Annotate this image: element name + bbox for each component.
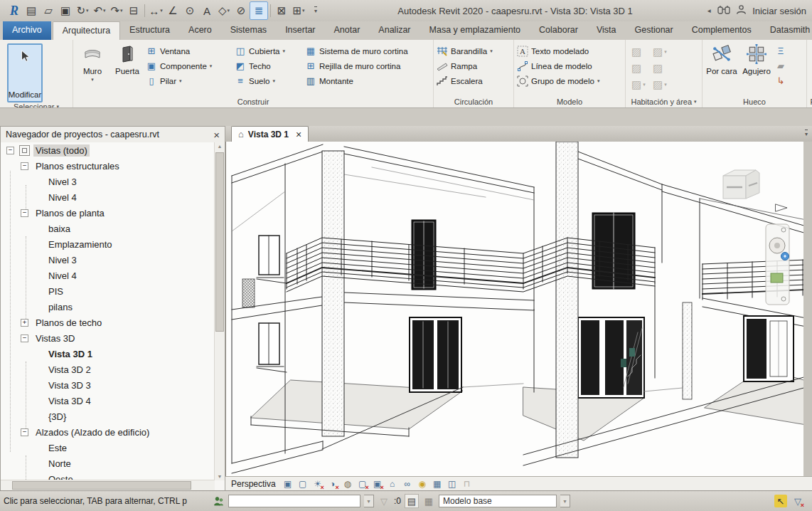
close-view-icon[interactable]: × (296, 129, 301, 140)
collapse-minus-icon[interactable]: − (21, 428, 28, 436)
ribbon-button-puerta[interactable]: Puerta (111, 42, 144, 76)
tree-item-alzadosalzadodeedificio[interactable]: −Alzados (Alzado de edificio) (1, 424, 215, 440)
ribbon-button-rejilla-de-muro-cortina[interactable]: ⊞Rejilla de muro cortina (305, 59, 430, 73)
sign-in-label[interactable]: Iniciar sesión (752, 6, 806, 16)
ribbon-button-area-boundary-icon[interactable]: ▨▾ (631, 76, 653, 93)
worksets-people-icon[interactable] (212, 495, 225, 507)
customize-qat-icon[interactable]: ▾ (307, 2, 324, 19)
ribbon-button-suelo[interactable]: ≡Suelo▾ (235, 74, 303, 88)
ribbon-tab-arquitectura[interactable]: Arquitectura (53, 21, 120, 40)
browser-vertical-scrollbar[interactable]: ▲ ▼ (214, 142, 225, 480)
tree-item-nivel4[interactable]: Nivel 4 (1, 268, 215, 283)
expand-plus-icon[interactable]: + (21, 319, 28, 327)
tree-item-nivel4[interactable]: Nivel 4 (1, 189, 215, 205)
workset-dropdown-icon[interactable]: ▼ (364, 495, 374, 507)
crop-region-icon[interactable]: ▣× (371, 478, 384, 490)
tree-item-este[interactable]: Este (1, 440, 215, 455)
panel-label[interactable]: Hueco (703, 95, 806, 107)
collapse-arrow-icon[interactable]: ◄ (706, 8, 712, 14)
ribbon-button-montante[interactable]: ▥Montante (305, 74, 430, 88)
redo-icon[interactable]: ↷▾ (108, 2, 125, 19)
tree-item-planosestructurales[interactable]: −Planos estructurales (1, 158, 215, 174)
ribbon-tab-insertar[interactable]: Insertar (276, 21, 324, 40)
browser-horizontal-scrollbar[interactable] (1, 480, 215, 490)
selection-toggle-icon[interactable]: ↖ (774, 495, 787, 507)
ribbon-tab-sistemas[interactable]: Sistemas (221, 21, 276, 40)
ribbon-button-agujero[interactable]: Agujero (740, 42, 773, 76)
ribbon-tab-acero[interactable]: Acero (179, 21, 221, 40)
active-workset-combo[interactable] (228, 495, 360, 507)
tree-item-pilans[interactable]: pilans (1, 299, 215, 315)
crop-view-icon[interactable]: ▢× (356, 478, 369, 490)
ribbon-button-room-icon[interactable]: ▨ (631, 43, 653, 60)
tree-item-planosdetecho[interactable]: +Planos de techo (1, 315, 215, 330)
ribbon-tab-vista[interactable]: Vista (587, 21, 626, 40)
ribbon-button-wall-opening-icon[interactable]: Ξ (775, 44, 786, 58)
ribbon-tab-analizar[interactable]: Analizar (369, 21, 420, 40)
recent-documents-icon[interactable]: ▤ (23, 2, 40, 19)
ribbon-button-techo[interactable]: ◩Techo (235, 59, 303, 73)
shadows-icon[interactable]: ◑× (326, 478, 339, 490)
editable-only-icon[interactable]: ▦ (422, 495, 435, 507)
tree-item-nivel3[interactable]: Nivel 3 (1, 174, 215, 189)
tree-item-nivel3[interactable]: Nivel 3 (1, 252, 215, 268)
tree-item-baixa[interactable]: baixa (1, 221, 215, 236)
tree-item-vista3d1[interactable]: Vista 3D 1 (1, 346, 215, 362)
ribbon-button-vertical-opening-icon[interactable]: ▰ (775, 59, 786, 73)
ribbon-button-texto-modelado[interactable]: ATexto modelado (517, 44, 622, 58)
design-options-combo[interactable]: Modelo base (439, 495, 557, 507)
ribbon-button-cubierta[interactable]: ◫Cubierta▾ (235, 44, 303, 58)
panel-label[interactable]: Construir (73, 95, 433, 107)
ribbon-button-pilar[interactable]: ▯Pilar▾ (146, 74, 233, 88)
ribbon-button-tag-area-icon[interactable]: ▨▾ (653, 76, 674, 93)
filter-icon[interactable]: ▽× (791, 495, 804, 507)
view-tab-menu-icon[interactable]: ▾ (805, 130, 808, 138)
worksharing-display-icon[interactable]: ▦ (431, 478, 444, 490)
text-icon[interactable]: A (198, 2, 215, 19)
reveal-hidden-icon[interactable]: ◉ (416, 478, 429, 490)
ribbon-tab-datasmith[interactable]: Datasmith (761, 21, 812, 40)
measure-icon[interactable]: ↔▾ (147, 2, 164, 19)
ribbon-button-dormer-opening-icon[interactable]: ↳ (775, 74, 786, 88)
ribbon-button-room-separator-icon[interactable]: ▨▾ (653, 43, 674, 60)
tree-item-emplazamiento[interactable]: Emplazamiento (1, 236, 215, 252)
tree-item-3d[interactable]: {3D} (1, 409, 215, 424)
ribbon-tab-masa-y-emplazamiento[interactable]: Masa y emplazamiento (420, 21, 530, 40)
ribbon-button-tag-room-icon[interactable]: ▨ (631, 60, 653, 76)
search-binoculars-icon[interactable] (717, 5, 730, 16)
hide-isolate-icon[interactable]: ∞ (401, 478, 414, 490)
collapse-minus-icon[interactable]: − (6, 147, 14, 154)
tree-item-vista3d4[interactable]: Vista 3D 4 (1, 393, 215, 409)
design-options-dropdown-icon[interactable]: ▼ (560, 495, 570, 507)
ribbon-tab-anotar[interactable]: Anotar (325, 21, 370, 40)
close-inactive-windows-icon[interactable]: ⊠ (273, 2, 290, 19)
tag-icon[interactable]: ⊙ (181, 2, 198, 19)
view-tab-vista-3d-1[interactable]: ⌂ Vista 3D 1 × (231, 126, 309, 142)
view-cube[interactable] (720, 169, 762, 204)
navigation-bar[interactable] (765, 223, 791, 306)
ribbon-button-area-icon[interactable]: ▨ (653, 60, 674, 76)
panel-label[interactable]: Seleccionar▾ (0, 102, 73, 108)
tree-item-norte[interactable]: Norte (1, 455, 215, 471)
revit-logo[interactable]: R (6, 2, 23, 19)
section-icon[interactable]: ⊘ (233, 2, 250, 19)
ribbon-button-rampa[interactable]: Rampa (437, 59, 511, 73)
switch-windows-icon[interactable]: ⊞▾ (290, 2, 307, 19)
close-icon[interactable]: × (213, 130, 220, 140)
modify-button[interactable]: Modificar (7, 43, 43, 102)
tree-item-pis[interactable]: PIS (1, 283, 215, 299)
panel-label[interactable]: Habitación y área▾ (626, 95, 702, 107)
ribbon-tab-colaborar[interactable]: Colaborar (530, 21, 587, 40)
ribbon-button-componente[interactable]: ▣Componente▾ (146, 59, 233, 73)
thin-lines-icon[interactable]: ≣ (250, 1, 268, 20)
undo-icon[interactable]: ↶▾ (91, 2, 108, 19)
save-icon[interactable]: ▣ (57, 2, 74, 19)
scrollbar-thumb[interactable] (12, 481, 191, 490)
ribbon-button-muro[interactable]: Muro▾ (76, 42, 109, 82)
ribbon-button-ventana[interactable]: ⊞Ventana (146, 44, 233, 58)
sign-in-person-icon[interactable] (736, 4, 747, 17)
scrollbar-thumb[interactable] (215, 152, 224, 332)
tree-item-vistas3d[interactable]: −Vistas 3D (1, 330, 215, 346)
tree-item-planosdeplanta[interactable]: −Planos de planta (1, 205, 215, 221)
sun-path-icon[interactable]: ☀× (311, 478, 324, 490)
